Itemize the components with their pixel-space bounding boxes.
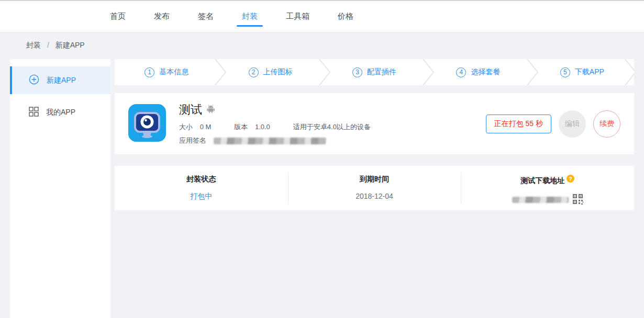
step-upload-icon[interactable]: 2 上传图标: [218, 59, 322, 85]
step-number-badge: 5: [560, 67, 570, 77]
step-choose-plan[interactable]: 4 选择套餐: [426, 59, 530, 85]
status-header: 测试下载地址 ?: [461, 175, 634, 186]
plus-circle-icon: [29, 74, 39, 86]
nav-item-publish[interactable]: 发布: [149, 1, 175, 32]
download-header-text: 测试下载地址: [520, 176, 564, 185]
breadcrumb: 封装 / 新建APP: [0, 32, 644, 59]
sidebar-item-label: 我的APP: [46, 108, 75, 117]
chevron-right-icon: [423, 59, 434, 85]
app-version-label: 版本: [234, 123, 248, 131]
renew-button[interactable]: 续费: [593, 110, 620, 138]
sidebar-item-label: 新建APP: [47, 76, 76, 85]
step-label: 下载APP: [575, 67, 604, 77]
app-info: 测试: [179, 102, 486, 145]
sidebar-item-new-app[interactable]: 新建APP: [10, 66, 110, 94]
status-col-download: 测试下载地址 ?: [461, 166, 634, 210]
step-configure-plugins[interactable]: 3 配置插件: [323, 59, 426, 85]
chevron-right-icon: [625, 59, 634, 85]
status-col-package-state: 封装状态 打包中: [115, 166, 288, 210]
nav-item-package[interactable]: 封装: [237, 1, 263, 32]
app-icon: [128, 104, 166, 144]
app-actions: 正在打包 55 秒 编辑 续费: [486, 110, 620, 138]
step-number-badge: 3: [352, 67, 362, 77]
app-signature-label: 应用签名: [179, 136, 206, 145]
step-number-badge: 2: [249, 67, 259, 77]
breadcrumb-section[interactable]: 封装: [26, 41, 41, 49]
chevron-right-icon: [319, 59, 330, 85]
android-icon: [206, 104, 215, 116]
redacted-signature-value: [214, 138, 326, 144]
app-version-value: 1.0.0: [255, 123, 270, 131]
main-layout: 新建APP 我的APP 1 基本信息 2 上传图标 3 配置插件: [0, 59, 644, 318]
app-compatibility: 适用于安卓4.0以上的设备: [293, 122, 371, 132]
status-card: 封装状态 打包中 到期时间 2018-12-04 测试下载地址 ?: [115, 166, 634, 210]
packing-status-button[interactable]: 正在打包 55 秒: [486, 115, 551, 133]
app-size-value: 0 M: [200, 123, 212, 131]
app-size-label: 大小: [179, 123, 193, 131]
step-number-badge: 1: [145, 67, 154, 77]
step-label: 配置插件: [367, 67, 396, 77]
sidebar-item-my-app[interactable]: 我的APP: [10, 98, 110, 126]
chevron-right-icon: [215, 59, 226, 85]
status-header: 封装状态: [115, 175, 288, 184]
app-card: 测试: [115, 93, 634, 154]
status-col-expiry: 到期时间 2018-12-04: [288, 166, 461, 210]
step-number-badge: 4: [456, 67, 466, 77]
step-label: 基本信息: [159, 67, 188, 77]
nav-item-home[interactable]: 首页: [105, 1, 131, 32]
qrcode-icon[interactable]: [572, 194, 583, 206]
steps-bar: 1 基本信息 2 上传图标 3 配置插件 4 选择套餐 5 下载APP: [115, 59, 634, 85]
chevron-right-icon: [527, 59, 538, 85]
package-state-value[interactable]: 打包中: [115, 192, 288, 201]
redacted-download-url: [512, 197, 569, 203]
app-title: 测试: [179, 102, 202, 118]
nav-item-price[interactable]: 价格: [332, 1, 359, 32]
step-label: 上传图标: [263, 67, 293, 77]
grid-icon: [29, 107, 39, 118]
step-download-app[interactable]: 5 下载APP: [530, 59, 634, 85]
step-label: 选择套餐: [471, 67, 500, 77]
status-header: 到期时间: [288, 175, 461, 184]
sidebar: 新建APP 我的APP: [10, 59, 110, 318]
question-icon[interactable]: ?: [567, 175, 574, 183]
top-navigation: 首页 发布 签名 封装 工具箱 价格: [0, 0, 644, 32]
breadcrumb-current: 新建APP: [55, 41, 85, 49]
main-content: 1 基本信息 2 上传图标 3 配置插件 4 选择套餐 5 下载APP: [115, 59, 634, 318]
step-basic-info[interactable]: 1 基本信息: [115, 59, 218, 85]
breadcrumb-separator: /: [47, 41, 49, 49]
nav-item-sign[interactable]: 签名: [193, 1, 219, 32]
nav-item-toolbox[interactable]: 工具箱: [281, 1, 315, 32]
expiry-date-value: 2018-12-04: [288, 192, 461, 200]
edit-button[interactable]: 编辑: [559, 110, 586, 138]
